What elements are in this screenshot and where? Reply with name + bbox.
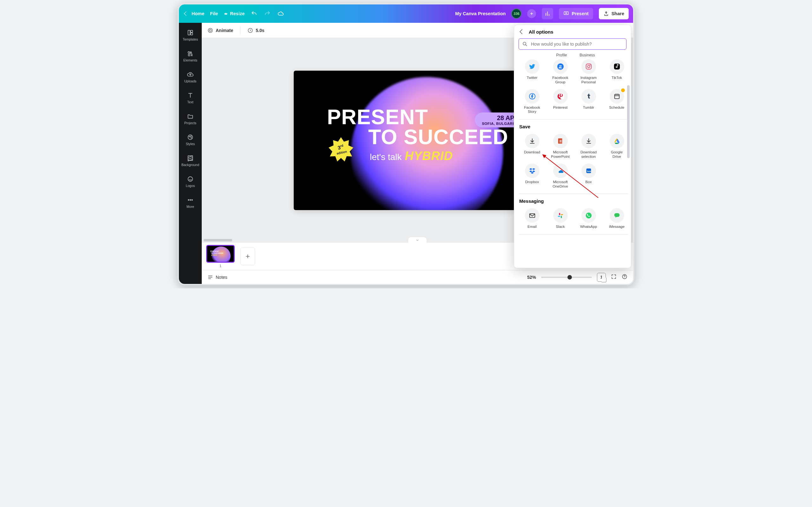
animate-button[interactable]: Animate: [207, 27, 233, 33]
sidebar-item-more[interactable]: More: [179, 193, 202, 212]
share-button[interactable]: Share: [599, 8, 629, 19]
download-icon: [529, 137, 536, 145]
tumblr-icon: [585, 93, 592, 100]
sidebar-item-projects[interactable]: Projects: [179, 110, 202, 128]
divider: [519, 119, 628, 119]
share-option-onedrive[interactable]: MicrosoftOneDrive: [547, 162, 574, 190]
resize-menu[interactable]: Resize: [223, 11, 245, 16]
publish-search[interactable]: [519, 38, 626, 50]
share-option-ig-personal[interactable]: InstagramPersonal: [575, 58, 602, 86]
svg-point-19: [523, 42, 526, 45]
sidebar-label: Styles: [186, 142, 195, 146]
publish-search-input[interactable]: [530, 41, 623, 47]
share-option-schedule[interactable]: Schedule: [603, 88, 630, 116]
svg-text:box: box: [587, 170, 591, 172]
add-page-button[interactable]: [241, 247, 255, 265]
pro-badge: [620, 88, 625, 93]
sidebar-item-templates[interactable]: Templates: [179, 26, 202, 44]
option-label: GoogleDrive: [611, 150, 623, 159]
svg-point-12: [188, 200, 189, 201]
redo-button[interactable]: [264, 10, 271, 17]
file-menu[interactable]: File: [210, 11, 218, 16]
projects-icon: [187, 113, 194, 120]
page-thumbnail-1[interactable]: PRESENT TO SUCCEED HYBRID: [206, 245, 235, 263]
slide-canvas[interactable]: 28 APR 2023 SOFIA, BULGARIA / ONLINE PRE…: [294, 71, 541, 210]
undo-button[interactable]: [250, 10, 258, 17]
cloud-sync-icon[interactable]: [277, 10, 285, 17]
svg-rect-2: [191, 31, 193, 32]
panel-title: All options: [529, 29, 554, 35]
option-label: Box: [586, 180, 592, 184]
share-option-gdrive[interactable]: GoogleDrive: [603, 132, 630, 160]
avatar[interactable]: 336: [511, 9, 521, 19]
sidebar-label: Uploads: [184, 79, 197, 83]
option-label: Email: [527, 225, 537, 229]
styles-icon: [187, 134, 194, 141]
notes-button[interactable]: Notes: [207, 274, 227, 280]
left-sidebar: TemplatesElementsUploadsTextProjectsStyl…: [179, 23, 202, 284]
crown-icon: [223, 11, 228, 16]
present-button[interactable]: Present: [559, 8, 593, 19]
zoom-slider[interactable]: [541, 277, 592, 278]
collapse-filmstrip-button[interactable]: [408, 237, 427, 243]
share-option-slack[interactable]: Slack: [547, 207, 574, 230]
share-option-fb-story[interactable]: FacebookStory: [519, 88, 546, 116]
top-label-business: Business: [574, 53, 600, 57]
app-window: Home File Resize My Canva Presentation 3…: [177, 3, 635, 285]
share-option-fb-group[interactable]: FacebookGroup: [547, 58, 574, 86]
share-option-download[interactable]: Download: [519, 132, 546, 160]
share-option-whatsapp[interactable]: WhatsApp: [575, 207, 602, 230]
back-icon[interactable]: [519, 29, 524, 34]
add-collaborator-button[interactable]: [527, 9, 536, 18]
share-option-pptx[interactable]: PMicrosoftPowerPoint: [547, 132, 574, 160]
sidebar-label: Background: [182, 163, 199, 167]
svg-point-9: [191, 137, 192, 138]
svg-point-22: [588, 65, 590, 67]
sidebar-item-background[interactable]: Background: [179, 152, 202, 170]
svg-point-8: [191, 136, 191, 136]
svg-point-13: [190, 200, 191, 201]
share-option-dl-sel[interactable]: Downloadselection: [575, 132, 602, 160]
share-option-pinterest[interactable]: Pinterest: [547, 88, 574, 116]
duration-button[interactable]: 5.0s: [247, 27, 264, 33]
share-option-dropbox[interactable]: Dropbox: [519, 162, 546, 190]
svg-point-34: [586, 213, 591, 218]
page-indicator[interactable]: 1: [597, 273, 606, 282]
svg-point-4: [188, 52, 190, 54]
option-label: Schedule: [609, 106, 624, 110]
heading-line-2: TO SUCCEED: [327, 127, 508, 147]
sidebar-item-elements[interactable]: Elements: [179, 47, 202, 65]
option-label: FacebookStory: [524, 106, 540, 114]
panel-scrollbar[interactable]: [627, 44, 630, 266]
share-option-twitter[interactable]: Twitter: [519, 58, 546, 86]
imessage-icon: [613, 212, 620, 219]
divider: [519, 193, 628, 194]
svg-rect-21: [586, 64, 591, 69]
svg-point-15: [208, 28, 212, 33]
panel-header: All options: [514, 25, 631, 38]
onedrive-icon: [557, 167, 564, 174]
more-icon: [187, 196, 194, 204]
tiktok-icon: [613, 63, 620, 70]
mail-icon: [529, 212, 536, 219]
share-option-tumblr[interactable]: Tumblr: [575, 88, 602, 116]
share-option-email[interactable]: Email: [519, 207, 546, 230]
document-title[interactable]: My Canva Presentation: [455, 11, 506, 16]
status-bar: Notes 52% 1: [202, 270, 633, 284]
share-option-imessage[interactable]: iMessage: [603, 207, 630, 230]
share-option-tiktok[interactable]: TikTok: [603, 58, 630, 86]
sidebar-item-uploads[interactable]: Uploads: [179, 68, 202, 86]
insights-button[interactable]: [542, 8, 553, 19]
help-button[interactable]: [622, 274, 627, 280]
share-panel: All options . Profile Business . Twitter…: [514, 25, 631, 268]
svg-point-14: [192, 200, 193, 201]
option-label: InstagramPersonal: [580, 76, 597, 84]
home-button[interactable]: Home: [183, 11, 204, 16]
sidebar-item-styles[interactable]: Styles: [179, 130, 202, 149]
option-label: Slack: [556, 225, 565, 229]
sidebar-item-text[interactable]: Text: [179, 89, 202, 107]
fullscreen-button[interactable]: [611, 274, 617, 280]
share-option-box[interactable]: boxBox: [575, 162, 602, 190]
sidebar-item-logos[interactable]: Logos: [179, 172, 202, 191]
download-icon: [585, 137, 592, 145]
